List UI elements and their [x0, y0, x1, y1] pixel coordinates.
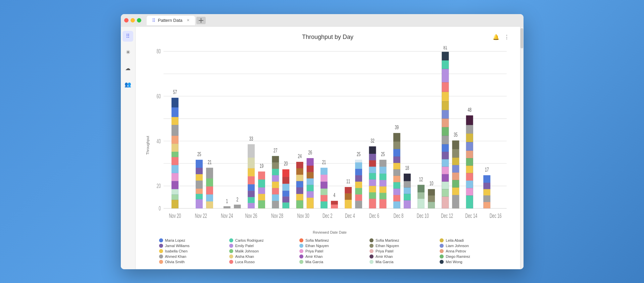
legend-item-aisha: Aisha Khan	[229, 254, 299, 258]
bar-dec12[interactable]: 81	[442, 46, 449, 208]
legend-label-mia: Mia Garcia	[305, 260, 323, 264]
bar-nov30[interactable]: 24	[296, 153, 303, 208]
legend-dot-priya	[299, 249, 303, 253]
svg-rect-93	[296, 200, 303, 208]
legend-label-diego: Diego Ramirez	[446, 254, 470, 258]
svg-text:25: 25	[197, 151, 201, 157]
svg-rect-229	[483, 202, 490, 208]
bar-dec10[interactable]: 12	[417, 176, 425, 208]
svg-text:40: 40	[156, 138, 161, 144]
bar-dec6[interactable]: 32	[369, 138, 376, 208]
legend-dot-mia	[299, 260, 303, 264]
svg-rect-91	[296, 187, 303, 194]
svg-rect-220	[466, 180, 473, 188]
bar-dec8[interactable]: 39	[393, 124, 400, 208]
svg-text:25: 25	[381, 151, 385, 157]
svg-rect-16	[171, 98, 179, 107]
bar-nov29[interactable]: 20	[282, 161, 289, 208]
svg-rect-185	[442, 82, 449, 92]
bar-nov23[interactable]: 21	[206, 159, 213, 208]
legend-dot-sofia-m	[299, 238, 303, 242]
bar-dec4[interactable]: 11	[345, 178, 352, 208]
svg-text:Dec 16: Dec 16	[489, 213, 501, 219]
legend-item-sofia-m2: Sofia Martinez	[369, 238, 440, 242]
more-options-button[interactable]: ⋮	[503, 33, 510, 41]
active-tab[interactable]: ⠿ Pattern Data ✕	[147, 16, 195, 25]
legend-item-mia2: Mia Garcia	[369, 260, 440, 264]
maximize-button[interactable]	[137, 18, 141, 22]
bar-dec9[interactable]: 18	[403, 165, 410, 208]
bar-nov26[interactable]: 33	[248, 136, 255, 208]
traffic-lights	[124, 18, 141, 22]
svg-rect-217	[466, 158, 473, 166]
bar-dec2[interactable]: 21	[320, 159, 328, 208]
svg-rect-177	[428, 189, 435, 195]
svg-rect-81	[282, 184, 289, 191]
legend-dot-mei	[440, 260, 444, 264]
svg-rect-56	[248, 184, 255, 191]
bar-nov20[interactable]: 57	[171, 89, 179, 208]
svg-rect-73	[272, 182, 279, 188]
svg-rect-129	[355, 201, 362, 208]
svg-rect-108	[320, 188, 328, 195]
svg-text:Nov 24: Nov 24	[221, 213, 233, 219]
svg-rect-74	[272, 188, 279, 194]
bar-dec3[interactable]: 4	[331, 192, 338, 208]
svg-rect-37	[196, 194, 203, 199]
svg-rect-137	[369, 179, 376, 186]
sidebar-icon-cloud[interactable]: ☁	[122, 63, 133, 74]
svg-text:0: 0	[158, 205, 160, 211]
bar-nov22[interactable]: 25	[196, 151, 203, 208]
svg-text:32: 32	[370, 138, 374, 144]
scrollbar[interactable]	[520, 27, 524, 269]
svg-rect-139	[369, 192, 376, 198]
svg-rect-92	[296, 194, 303, 200]
svg-rect-71	[272, 169, 279, 175]
legend-col-4: Sofia Martinez Ethan Nguyen Priya Patel	[369, 238, 440, 264]
close-button[interactable]	[124, 18, 129, 22]
svg-rect-106	[320, 175, 328, 182]
legend-label-isabella: Isabella Chen	[165, 249, 188, 253]
svg-rect-110	[320, 201, 328, 208]
tab-close-button[interactable]: ✕	[187, 18, 190, 22]
svg-rect-144	[379, 167, 386, 174]
bar-dec13[interactable]: 35	[452, 132, 459, 208]
bar-nov25[interactable]: 2	[234, 196, 241, 208]
svg-rect-123	[355, 162, 362, 169]
svg-rect-28	[171, 194, 179, 200]
tab-bar: ⠿ Pattern Data ✕	[147, 16, 520, 25]
bar-nov28[interactable]: 27	[272, 147, 279, 208]
svg-text:60: 60	[156, 93, 161, 99]
svg-rect-66	[258, 200, 265, 208]
legend-dot-carlos	[229, 238, 233, 242]
new-tab-button[interactable]	[196, 17, 206, 24]
svg-rect-55	[248, 176, 255, 184]
minimize-button[interactable]	[131, 18, 135, 22]
bar-dec5[interactable]: 25	[355, 151, 362, 208]
bar-nov27[interactable]: 19	[258, 163, 265, 208]
bar-nov24[interactable]: 1	[223, 198, 230, 208]
chart-inner: 80 60 40 20 0	[150, 46, 510, 234]
legend-item-olivia: Olivia Smith	[159, 260, 229, 264]
bars-area: 80 60 40 20 0	[150, 46, 510, 229]
svg-rect-222	[466, 195, 473, 208]
legend-label-carlos: Carlos Rodriguez	[235, 238, 264, 242]
svg-text:80: 80	[156, 48, 161, 54]
bar-dec11[interactable]: 10	[428, 181, 435, 208]
svg-text:Nov 22: Nov 22	[195, 213, 207, 219]
bar-dec1[interactable]: 26	[306, 149, 313, 208]
svg-rect-169	[403, 200, 410, 208]
bar-dec14[interactable]: 48	[466, 107, 473, 208]
svg-text:20: 20	[284, 161, 288, 167]
svg-rect-63	[258, 179, 265, 187]
sidebar-icon-people[interactable]: 👥	[122, 79, 133, 90]
svg-rect-1	[199, 20, 203, 21]
notification-button[interactable]: 🔔	[492, 33, 500, 41]
legend-label-amir: Amir Khan	[305, 254, 323, 258]
svg-rect-36	[196, 188, 203, 194]
bar-dec15[interactable]: 17	[483, 167, 490, 208]
sidebar-icon-grid[interactable]: ⠿	[122, 31, 133, 42]
scrollbar-thumb[interactable]	[521, 28, 523, 48]
sidebar-icon-asterisk[interactable]: ✳	[122, 47, 133, 58]
bar-dec7[interactable]: 25	[379, 151, 386, 208]
